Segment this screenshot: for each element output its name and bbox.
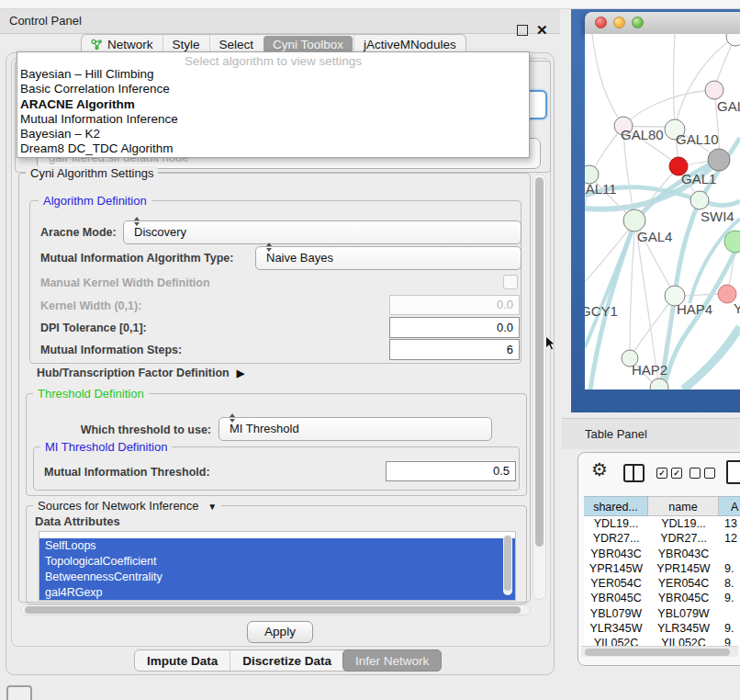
- menu-item-mutual-information-inference[interactable]: Mutual Information Inference: [20, 112, 526, 127]
- network-window-titlebar[interactable]: [585, 12, 740, 35]
- attribute-item-topologicalcoefficient[interactable]: TopologicalCoefficient: [39, 554, 515, 570]
- table-row[interactable]: YBR045CYBR045C9.: [584, 591, 740, 605]
- scrollbar-thumb[interactable]: [504, 536, 511, 591]
- cell[interactable]: YBR045C: [584, 591, 648, 605]
- table-horizontal-scrollbar[interactable]: [581, 646, 738, 657]
- close-icon[interactable]: ✕: [536, 19, 548, 41]
- menu-item-dream8-dc-tdc-algorithm[interactable]: Dream8 DC_TDC Algorithm: [20, 141, 526, 156]
- table-row[interactable]: YDL19...YDL19...13: [584, 516, 740, 531]
- table-row[interactable]: YDR27...YDR27...12: [584, 531, 740, 546]
- settings-horizontal-scrollbar[interactable]: [20, 604, 531, 615]
- mi-steps-label: Mutual Information Steps:: [40, 344, 182, 356]
- cell[interactable]: 9.: [719, 591, 740, 605]
- column-header-1[interactable]: shared...: [584, 496, 648, 516]
- cell[interactable]: YLR345W: [584, 621, 648, 636]
- which-threshold-label: Which threshold to use:: [55, 423, 211, 436]
- control-panel-titlebar: Control Panel ✕: [0, 9, 560, 34]
- zoom-window-icon[interactable]: [632, 17, 644, 28]
- cell[interactable]: YBR043C: [648, 547, 719, 561]
- float-panel-icon[interactable]: [517, 25, 528, 36]
- close-window-icon[interactable]: [595, 17, 607, 28]
- cell[interactable]: YPR145W: [584, 561, 648, 576]
- column-header-3[interactable]: A: [719, 496, 740, 516]
- cell[interactable]: 12: [719, 531, 740, 546]
- select-all-checks-icon[interactable]: ✓✓: [656, 468, 682, 479]
- cell[interactable]: YPR145W: [648, 561, 719, 576]
- menu-item-basic-correlation-inference[interactable]: Basic Correlation Inference: [20, 82, 526, 96]
- manual-kernel-width-checkbox[interactable]: [503, 275, 518, 289]
- kernel-width-input[interactable]: 0.0: [389, 295, 520, 315]
- cell[interactable]: 9: [719, 636, 740, 646]
- settings-vertical-scrollbar[interactable]: [533, 174, 546, 600]
- node-swi4[interactable]: [690, 191, 709, 209]
- mi-threshold-input[interactable]: 0.5: [386, 461, 516, 481]
- table-row[interactable]: YBL079WYBL079W: [584, 606, 740, 621]
- apply-button[interactable]: Apply: [247, 621, 313, 643]
- network-canvas[interactable]: GALGAL80GAL10GAL1GAL11SWI4GAL4HAP4GCY1YH…: [585, 34, 740, 390]
- cell[interactable]: [719, 547, 740, 561]
- column-header-2[interactable]: name: [648, 496, 719, 516]
- stepper-arrows-icon: [134, 217, 513, 226]
- tab-impute-data[interactable]: Impute Data: [135, 650, 230, 671]
- minimize-window-icon[interactable]: [613, 17, 625, 28]
- aracne-mode-combobox[interactable]: Discovery: [123, 220, 521, 244]
- which-threshold-combobox[interactable]: MI Threshold: [219, 417, 492, 441]
- node-label: GAL4: [637, 229, 672, 244]
- attribute-item-betweennesscentrality[interactable]: BetweennessCentrality: [39, 570, 515, 585]
- table-row[interactable]: YBR043CYBR043C: [584, 547, 740, 561]
- minimized-panel-icon[interactable]: [6, 685, 32, 700]
- mi-algorithm-type-combobox[interactable]: Naive Bayes: [255, 246, 521, 270]
- menu-item-bayesian-k2[interactable]: Bayesian – K2: [20, 127, 526, 141]
- algorithm-dropdown-menu: Select algorithm to view settings Bayesi…: [17, 51, 530, 158]
- deselect-all-checks-icon[interactable]: [690, 468, 715, 479]
- cell[interactable]: YER054C: [648, 576, 719, 591]
- cell[interactable]: YBR043C: [584, 547, 648, 561]
- document-icon[interactable]: [726, 460, 740, 484]
- split-columns-icon[interactable]: [623, 464, 645, 482]
- cell[interactable]: YLR345W: [648, 621, 719, 636]
- gear-icon[interactable]: ⚙: [591, 458, 608, 480]
- table-row[interactable]: YPR145WYPR145W9.: [584, 561, 740, 576]
- cell[interactable]: YDR27...: [648, 531, 719, 546]
- hub-definition-expander[interactable]: Hub/Transcription Factor Definition▶: [37, 367, 244, 379]
- tab-discretize-data[interactable]: Discretize Data: [230, 650, 343, 671]
- scrollbar-thumb[interactable]: [585, 649, 730, 656]
- dpi-tolerance-input[interactable]: 0.0: [389, 317, 520, 338]
- node-unlabeled[interactable]: [726, 34, 740, 46]
- data-attributes-list[interactable]: SelfLoopsTopologicalCoefficientBetweenne…: [39, 531, 516, 601]
- table-row[interactable]: YIL052CYIL052C9: [584, 636, 740, 646]
- cell[interactable]: YIL052C: [584, 636, 648, 646]
- cell[interactable]: YBR045C: [648, 591, 719, 605]
- node-gal[interactable]: [705, 81, 723, 99]
- table-row[interactable]: YLR345WYLR345W9.: [584, 621, 740, 636]
- attribute-item-selfloops[interactable]: SelfLoops: [39, 538, 515, 554]
- node-label: GAL10: [676, 131, 719, 147]
- menu-item-bayesian-hill-climbing[interactable]: Bayesian – Hill Climbing: [20, 67, 526, 82]
- cell[interactable]: 13: [719, 516, 740, 531]
- cell[interactable]: YDR27...: [584, 531, 648, 546]
- scrollbar-thumb[interactable]: [25, 606, 521, 614]
- table-row[interactable]: YER054CYER054C8.: [584, 576, 740, 591]
- cell[interactable]: YBL079W: [584, 606, 648, 621]
- cell[interactable]: YDL19...: [648, 516, 719, 531]
- attribute-item-gal4rgexp[interactable]: gal4RGexp: [39, 585, 515, 601]
- cell[interactable]: 8.: [719, 576, 740, 591]
- menu-item-aracne-algorithm[interactable]: ARACNE Algorithm: [20, 97, 526, 112]
- cell[interactable]: YDL19...: [584, 516, 648, 531]
- cell[interactable]: [719, 606, 740, 621]
- mi-threshold-label: Mutual Information Threshold:: [44, 466, 210, 479]
- cell[interactable]: YER054C: [584, 576, 648, 591]
- cell[interactable]: YBL079W: [648, 606, 719, 621]
- cell[interactable]: YIL052C: [648, 636, 719, 646]
- tab-infer-network[interactable]: Infer Network: [342, 649, 442, 672]
- cell[interactable]: 9.: [719, 561, 740, 576]
- sources-title-text: Sources for Network Inference: [38, 499, 199, 513]
- tab-label: jActiveMNodules: [364, 38, 456, 51]
- scrollbar-thumb[interactable]: [535, 177, 544, 547]
- attributes-list-scrollbar[interactable]: [503, 535, 512, 595]
- node-unlabeled[interactable]: [708, 149, 730, 171]
- mi-steps-input[interactable]: 6: [389, 339, 520, 360]
- sources-group-title[interactable]: Sources for Network Inference ▼: [33, 499, 221, 513]
- cell[interactable]: 9.: [719, 621, 740, 636]
- cyni-mode-tabbar: Impute DataDiscretize DataInfer Network: [134, 649, 442, 672]
